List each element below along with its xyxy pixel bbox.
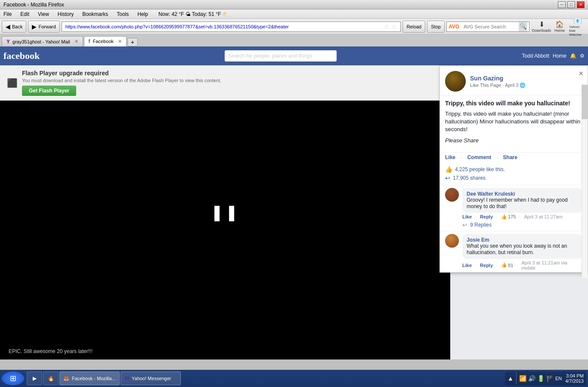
flash-upgrade-title: Flash Player upgrade required (22, 70, 443, 77)
maximize-button[interactable]: □ (567, 1, 575, 8)
taskbar-firefox-app[interactable]: 🦊 Facebook - Mozilla... (59, 372, 120, 385)
tab-close-facebook[interactable]: ✕ (118, 39, 122, 44)
search-button[interactable]: 🔍 (519, 22, 527, 31)
tabs-bar: Y gray351ghost - Yahoo! Mail ✕ f Faceboo… (0, 34, 588, 46)
share-action-link[interactable]: Share (503, 154, 517, 161)
facebook-notifications-icon[interactable]: 🔔 (570, 53, 576, 59)
facebook-search-bar[interactable]: Search for people, places and things (225, 50, 337, 61)
menu-tools[interactable]: Tools (115, 10, 130, 18)
popup-action-links: Like · Comment · Share (440, 152, 588, 164)
comment-2-bubble: Josie Em What you see when you look away… (462, 234, 582, 259)
flash-icon: ⬛ (7, 78, 18, 88)
sun-gazing-avatar-image (445, 71, 466, 92)
facebook-page: facebook Search for people, places and t… (0, 46, 588, 359)
comment-1-like[interactable]: Like (462, 214, 472, 219)
minimize-button[interactable]: ─ (558, 1, 566, 8)
popup-scroll-area[interactable]: Sun Gazing Like This Page · April 3 🌐 Tr… (440, 66, 588, 272)
popup-scrollbar-track[interactable] (582, 85, 588, 278)
system-tray: ▲ 📶 🔊 🔋 🏴 EN 3:04 PM 4/7/2013 (505, 372, 586, 385)
url-display: https://www.facebook.com/photo.php?v=108… (65, 24, 384, 29)
facebook-home-link[interactable]: Home (553, 53, 566, 59)
firefox-app-label: Facebook - Mozilla... (72, 376, 115, 381)
like-this-page-link[interactable]: Like This Page (470, 83, 501, 88)
window-controls: ─ □ ✕ (558, 1, 585, 8)
flash-upgrade-description: You must download and install the latest… (22, 78, 443, 83)
battery-icon[interactable]: 🔋 (537, 375, 545, 382)
post-date: April 3 (505, 83, 518, 88)
bookmark-star-icon[interactable]: ☆ (384, 23, 390, 30)
like-action-link[interactable]: Like (445, 154, 455, 161)
tab-yahoo-mail[interactable]: Y gray351ghost - Yahoo! Mail ✕ (2, 36, 83, 46)
globe-icon: 🌐 (520, 83, 526, 88)
share-stat-icon: ↩ (445, 175, 450, 181)
home-button[interactable]: 🏠 Home (551, 20, 568, 34)
likes-count: 4,225 people like this. (455, 166, 505, 172)
thumbs-up-small-icon: 👍 (501, 214, 507, 220)
comment-2-reply[interactable]: Reply (480, 263, 493, 268)
comment-1-bubble: Dee Walter Kruleski Groovy! I remember w… (462, 188, 582, 213)
yahoo-watcher-button[interactable]: 📧 Yahoo! Mail Watcher (569, 20, 586, 34)
taskbar-yahoo-messenger-app[interactable]: Y! Yahoo! Messenger (121, 372, 181, 385)
comment-2-like[interactable]: Like (462, 263, 472, 268)
menu-edit[interactable]: Edit (19, 10, 31, 18)
new-tab-button[interactable]: + (127, 38, 138, 46)
address-bar[interactable]: https://www.facebook.com/photo.php?v=108… (62, 22, 401, 32)
shares-stat[interactable]: ↩ 17,905 shares (445, 175, 582, 181)
comment-1-reply[interactable]: Reply (480, 214, 493, 219)
volume-icon[interactable]: 🔊 (528, 375, 535, 382)
popup-scrollbar-thumb[interactable] (582, 85, 588, 119)
tab-close-yahoo[interactable]: ✕ (74, 39, 78, 44)
taskbar-media-button[interactable]: ▶ (27, 372, 42, 385)
menu-file[interactable]: File (2, 10, 13, 18)
stop-button[interactable]: Stop (427, 21, 445, 33)
comment-1-avatar (445, 188, 459, 202)
title-bar: Facebook - Mozilla Firefox ─ □ ✕ (0, 0, 588, 9)
facebook-username[interactable]: Todd Abbott (522, 53, 549, 59)
bookmark-star2-icon[interactable]: ☆ (391, 23, 397, 30)
menu-help[interactable]: Help (136, 10, 150, 18)
taskbar-app-3[interactable]: 🔥 (43, 372, 59, 385)
comment-action-link[interactable]: Comment (467, 154, 491, 161)
start-button[interactable]: ⊞ (2, 372, 24, 385)
weather-now: Now: 42 °F 🌤 Today: 51 °F ⛅ (158, 11, 229, 17)
comment-1-time: April 3 at 11:27am (524, 214, 563, 219)
tab-facebook[interactable]: f Facebook ✕ (84, 36, 127, 46)
app-3-icon: 🔥 (48, 375, 54, 381)
menu-history[interactable]: History (56, 10, 75, 18)
systray-arrow-icon[interactable]: ▲ (508, 375, 514, 382)
forward-button[interactable]: ▶ Forward (28, 21, 59, 33)
menu-bar: File Edit View History Bookmarks Tools H… (0, 9, 588, 19)
likes-stat[interactable]: 👍 4,225 people like this. (445, 166, 582, 173)
firefox-icon: 🦊 (63, 376, 69, 381)
facebook-nav-right: Todd Abbott Home 🔔 ⚙ (522, 53, 585, 59)
flash-upgrade-bar: ⬛ Flash Player upgrade required You must… (0, 65, 450, 101)
window-title: Facebook - Mozilla Firefox (3, 2, 64, 8)
flag-icon[interactable]: 🏴 (546, 375, 554, 382)
video-pause-icon[interactable]: ❚❚ (210, 203, 240, 221)
replies-link[interactable]: 9 Replies (470, 222, 492, 228)
facebook-settings-icon[interactable]: ⚙ (580, 53, 585, 59)
downloads-button[interactable]: ⬇ Downloads (533, 20, 550, 34)
close-button[interactable]: ✕ (577, 1, 585, 8)
popup-page-name[interactable]: Sun Gazing (470, 75, 526, 82)
menu-bookmarks[interactable]: Bookmarks (80, 10, 110, 18)
comment-1-author[interactable]: Dee Walter Kruleski (467, 191, 515, 197)
menu-view[interactable]: View (36, 10, 51, 18)
network-icon[interactable]: 📶 (519, 375, 526, 382)
taskbar: ⊞ ▶ 🔥 🦊 Facebook - Mozilla... Y! Yahoo! … (0, 370, 588, 387)
thumbs-up-small-2-icon: 👍 (501, 262, 507, 268)
get-flash-player-button[interactable]: Get Flash Player (22, 86, 76, 96)
nav-bar: ◀ Back ▶ Forward https://www.facebook.co… (0, 19, 588, 34)
popup-text: Trippy, this video will make you halluci… (445, 110, 582, 134)
popup-title: Trippy, this video will make you halluci… (445, 100, 582, 107)
reload-button[interactable]: Reload (402, 21, 425, 33)
browser-content: facebook Search for people, places and t… (0, 46, 588, 359)
replies-icon: ↩ (462, 221, 467, 228)
facebook-header: facebook Search for people, places and t… (0, 46, 588, 65)
comment-2-author[interactable]: Josie Em (467, 237, 489, 243)
avg-search-input[interactable] (461, 22, 517, 31)
back-button[interactable]: ◀ Back (2, 21, 26, 33)
comment-2: Josie Em What you see when you look away… (440, 231, 588, 272)
popup-close-button[interactable]: × (579, 69, 583, 78)
comment-1-text: Groovy! I remember when I had to pay goo… (467, 197, 578, 210)
